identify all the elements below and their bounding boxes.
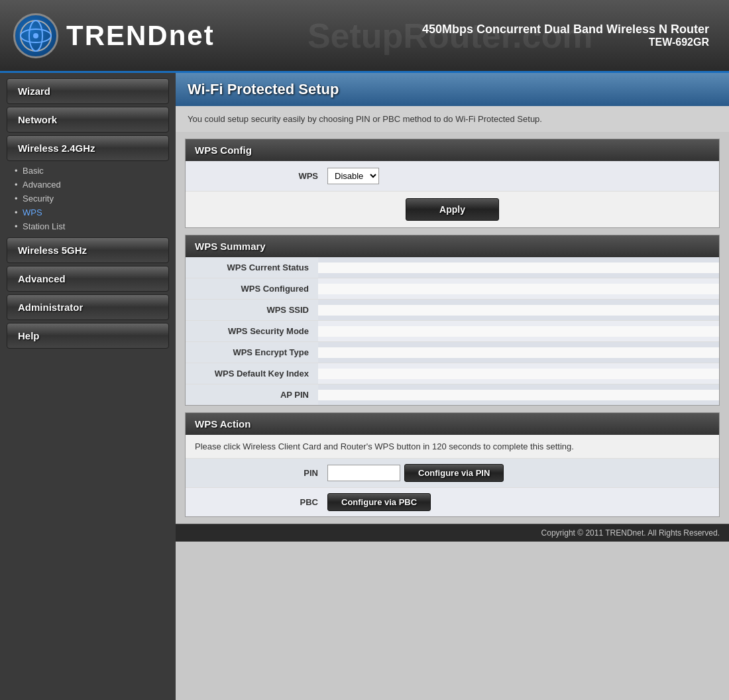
wps-summary-section: WPS Summary WPS Current Status WPS Confi…: [185, 235, 720, 406]
table-row: AP PIN: [186, 384, 719, 405]
content-inner: Wi-Fi Protected Setup You could setup se…: [176, 73, 729, 700]
table-row: WPS SSID: [186, 300, 719, 321]
copyright-text: Copyright © 2011 TRENDnet. All Rights Re…: [541, 528, 720, 538]
wps-label: WPS: [195, 171, 327, 181]
row-label-security-mode: WPS Security Mode: [186, 321, 318, 341]
row-label-ssid: WPS SSID: [186, 300, 318, 320]
sidebar-item-wireless5[interactable]: Wireless 5GHz: [7, 237, 169, 263]
sidebar: Wizard Network Wireless 2.4GHz Basic Adv…: [0, 73, 176, 700]
pin-input[interactable]: [327, 465, 400, 481]
logo-area: TRENDnet: [13, 13, 215, 58]
wps-summary-header: WPS Summary: [186, 235, 719, 257]
subitem-wps-link[interactable]: WPS: [23, 207, 42, 217]
table-row: WPS Configured: [186, 278, 719, 300]
sidebar-item-advanced[interactable]: Advanced: [7, 266, 169, 292]
row-label-configured: WPS Configured: [186, 278, 318, 299]
product-model: TEW-692GR: [422, 36, 709, 48]
sidebar-item-wizard[interactable]: Wizard: [7, 78, 169, 104]
table-row: WPS Security Mode: [186, 321, 719, 342]
row-value-ap-pin: [318, 390, 719, 400]
sidebar-item-administrator[interactable]: Administrator: [7, 294, 169, 320]
subitem-basic: Basic: [13, 164, 169, 178]
apply-row: Apply: [186, 192, 719, 227]
trendnet-logo-icon: [13, 13, 58, 58]
subitem-advanced: Advanced: [13, 178, 169, 192]
row-value-security-mode: [318, 326, 719, 337]
svg-point-3: [33, 33, 38, 38]
pbc-row: PBC Configure via PBC: [186, 488, 719, 516]
subitem-stationlist: Station List: [13, 219, 169, 233]
footer: Copyright © 2011 TRENDnet. All Rights Re…: [176, 524, 729, 542]
wps-action-header: WPS Action: [186, 413, 719, 435]
brand-name: TRENDnet: [66, 20, 215, 52]
header: TRENDnet SetupRouter.com 450Mbps Concurr…: [0, 0, 729, 73]
table-row: WPS Default Key Index: [186, 363, 719, 384]
main-layout: Wizard Network Wireless 2.4GHz Basic Adv…: [0, 73, 729, 700]
header-right: 450Mbps Concurrent Dual Band Wireless N …: [422, 23, 709, 48]
content-area: Wi-Fi Protected Setup You could setup se…: [176, 73, 729, 700]
row-label-current-status: WPS Current Status: [186, 257, 318, 278]
wps-setting-row: WPS Disable Enable: [186, 161, 719, 192]
row-value-key-index: [318, 369, 719, 379]
wps-config-section: WPS Config WPS Disable Enable Apply: [185, 139, 720, 228]
action-description: Please click Wireless Client Card and Ro…: [186, 435, 719, 459]
table-row: WPS Current Status: [186, 257, 719, 278]
wps-action-section: WPS Action Please click Wireless Client …: [185, 412, 720, 517]
page-title: Wi-Fi Protected Setup: [176, 73, 729, 106]
configure-via-pin-button[interactable]: Configure via PIN: [404, 464, 504, 482]
subitem-wps[interactable]: WPS: [13, 205, 169, 219]
wps-select[interactable]: Disable Enable: [327, 168, 379, 184]
subitem-security: Security: [13, 192, 169, 205]
row-value-ssid: [318, 305, 719, 316]
row-value-configured: [318, 284, 719, 294]
row-value-encrypt-type: [318, 347, 719, 358]
row-label-encrypt-type: WPS Encrypt Type: [186, 342, 318, 363]
wps-summary-body: WPS Current Status WPS Configured WPS SS…: [186, 257, 719, 405]
product-description: 450Mbps Concurrent Dual Band Wireless N …: [422, 23, 709, 36]
wireless24-subitems: Basic Advanced Security WPS Station List: [13, 164, 169, 233]
row-label-key-index: WPS Default Key Index: [186, 363, 318, 384]
sidebar-item-help[interactable]: Help: [7, 323, 169, 349]
pin-label: PIN: [195, 468, 327, 478]
page-description: You could setup security easily by choos…: [176, 106, 729, 132]
pbc-label: PBC: [195, 497, 327, 507]
sidebar-item-network[interactable]: Network: [7, 107, 169, 133]
configure-via-pbc-button[interactable]: Configure via PBC: [327, 493, 431, 511]
wps-config-body: WPS Disable Enable Apply: [186, 161, 719, 227]
table-row: WPS Encrypt Type: [186, 342, 719, 363]
pin-row: PIN Configure via PIN: [186, 459, 719, 488]
row-value-current-status: [318, 262, 719, 273]
apply-button[interactable]: Apply: [406, 198, 499, 221]
sidebar-item-wireless24[interactable]: Wireless 2.4GHz: [7, 135, 169, 161]
wps-action-body: Please click Wireless Client Card and Ro…: [186, 435, 719, 516]
wps-config-header: WPS Config: [186, 139, 719, 161]
row-label-ap-pin: AP PIN: [186, 384, 318, 405]
